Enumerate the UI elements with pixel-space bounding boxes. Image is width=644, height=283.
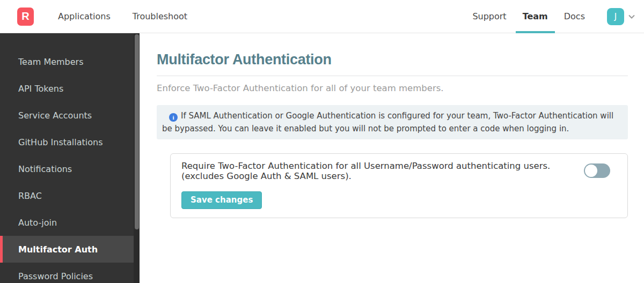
navbar-left-group: Applications Troubleshoot xyxy=(58,0,209,33)
info-banner-text: If SAML Authentication or Google Authent… xyxy=(162,111,613,133)
sidebar-item-team-members[interactable]: Team Members xyxy=(0,48,140,75)
chevron-down-icon[interactable] xyxy=(627,12,636,21)
main-content: Multifactor Authentication Enforce Two-F… xyxy=(140,33,644,283)
sidebar-item-auto-join[interactable]: Auto-join xyxy=(0,209,140,236)
info-icon: i xyxy=(169,113,178,122)
two-factor-toggle[interactable] xyxy=(584,163,610,178)
nav-item-team[interactable]: Team xyxy=(515,0,556,33)
sidebar-scrollbar-thumb[interactable] xyxy=(135,34,139,229)
nav-item-applications[interactable]: Applications xyxy=(58,0,111,33)
toggle-knob xyxy=(585,165,597,177)
save-changes-button[interactable]: Save changes xyxy=(181,191,262,209)
sidebar-item-api-tokens[interactable]: API Tokens xyxy=(0,75,140,102)
info-banner: iIf SAML Authentication or Google Authen… xyxy=(157,105,628,139)
setting-description: Require Two-Factor Authentication for al… xyxy=(181,161,550,182)
user-avatar[interactable]: J xyxy=(607,8,624,25)
setting-description-line1: Require Two-Factor Authentication for al… xyxy=(181,161,550,171)
navbar-right-group: Support Team Docs J xyxy=(464,0,636,33)
settings-sidebar: Team Members API Tokens Service Accounts… xyxy=(0,33,140,283)
two-factor-setting-card: Require Two-Factor Authentication for al… xyxy=(170,153,628,218)
sidebar-nav-list: Team Members API Tokens Service Accounts… xyxy=(0,33,140,283)
sidebar-item-notifications[interactable]: Notifications xyxy=(0,155,140,182)
top-navbar: R Applications Troubleshoot Support Team… xyxy=(0,0,644,33)
sidebar-item-multifactor-auth[interactable]: Multifactor Auth xyxy=(0,236,140,263)
sidebar-item-password-policies[interactable]: Password Policies xyxy=(0,263,140,283)
nav-item-support[interactable]: Support xyxy=(464,0,514,33)
page-subtitle: Enforce Two-Factor Authentication for al… xyxy=(157,83,628,93)
setting-description-line2: (excludes Google Auth & SAML users). xyxy=(181,171,352,181)
nav-item-docs[interactable]: Docs xyxy=(556,0,593,33)
sidebar-item-github-installations[interactable]: GitHub Installations xyxy=(0,129,140,155)
rollbar-logo[interactable]: R xyxy=(17,8,34,26)
setting-row: Require Two-Factor Authentication for al… xyxy=(181,161,618,182)
title-divider xyxy=(157,76,628,76)
sidebar-item-rbac[interactable]: RBAC xyxy=(0,182,140,209)
sidebar-item-service-accounts[interactable]: Service Accounts xyxy=(0,102,140,129)
nav-item-troubleshoot[interactable]: Troubleshoot xyxy=(133,0,187,33)
page-title: Multifactor Authentication xyxy=(157,51,628,68)
